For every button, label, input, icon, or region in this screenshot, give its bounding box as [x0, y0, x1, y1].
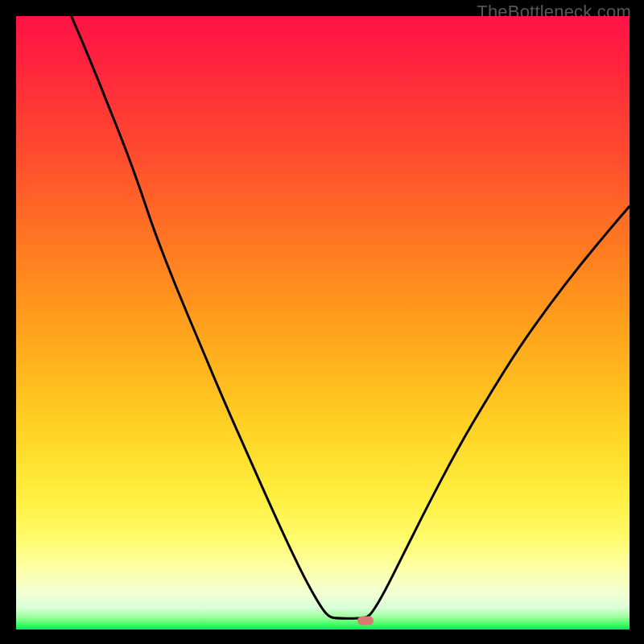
curve-layer: [16, 16, 630, 630]
plot-area: [16, 16, 630, 630]
bottleneck-curve: [72, 16, 630, 618]
chart-frame: TheBottleneck.com: [0, 0, 644, 644]
optimum-marker: [357, 616, 374, 625]
